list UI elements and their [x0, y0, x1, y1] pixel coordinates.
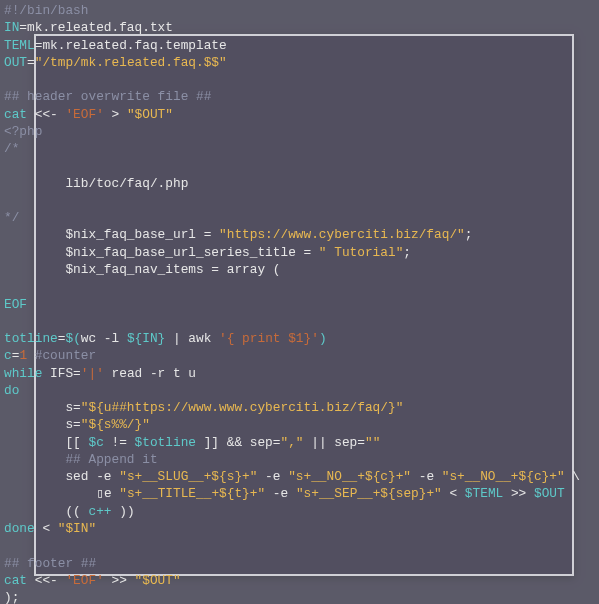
num: 1 [19, 348, 27, 363]
comment: #counter [27, 348, 96, 363]
semi: ; [465, 227, 473, 242]
php-open: <?php [4, 124, 42, 139]
heredoc-op: <<- [35, 107, 66, 122]
awk-prog: '{ print $1}' [219, 331, 319, 346]
assign: sep= [334, 435, 365, 450]
varref: $totline [135, 435, 196, 450]
cursor-icon: ▯ [96, 486, 104, 501]
assign: sep= [250, 435, 281, 450]
string: "$OUT" [135, 573, 181, 588]
heredoc-op: <<- [35, 573, 66, 588]
string: "/tmp/mk.releated.faq.$$" [35, 55, 227, 70]
code-block: #!/bin/bash IN=mk.releated.faq.txt TEML=… [0, 0, 599, 604]
text: $nix_faq_base_url = [4, 227, 219, 242]
assign: s= [4, 417, 81, 432]
ne: != [104, 435, 135, 450]
flag: -e [257, 469, 288, 484]
close: ) [319, 331, 327, 346]
kw-do: do [4, 383, 19, 398]
string: "$OUT" [127, 107, 173, 122]
read: read -r t u [104, 366, 196, 381]
redir: < [442, 486, 465, 501]
var-totline: totline [4, 331, 58, 346]
var-teml: TEML [4, 38, 35, 53]
and: ]] && [196, 435, 250, 450]
varref: $OUT [534, 486, 565, 501]
pipe: | [165, 331, 188, 346]
string: "" [365, 435, 380, 450]
kw-done: done [4, 521, 42, 536]
heredoc-end: EOF [4, 297, 27, 312]
ifs: IFS= [50, 366, 81, 381]
string: "," [280, 435, 303, 450]
var-out: OUT [4, 55, 27, 70]
arith-open: (( [4, 504, 88, 519]
string: "${s%%/}" [81, 417, 150, 432]
or: || [304, 435, 335, 450]
redir: < [42, 521, 57, 536]
string: "${u##https://www.www.cyberciti.biz/faq/… [81, 400, 404, 415]
string: "s+__TITLE__+${t}+" [119, 486, 265, 501]
semi: ; [403, 245, 411, 260]
flag: -e [265, 486, 296, 501]
varref: $c [88, 435, 103, 450]
varref: $TEML [465, 486, 503, 501]
comment: ## Append it [4, 452, 158, 467]
string: "https://www.cyberciti.biz/faq/" [219, 227, 465, 242]
arith-close: )) [112, 504, 135, 519]
kw-while: while [4, 366, 50, 381]
var-c: c [4, 348, 12, 363]
shebang: #!/bin/bash [4, 3, 88, 18]
flag-e: e [104, 486, 119, 501]
comment-open: /* [4, 141, 19, 156]
comment-close: */ [4, 210, 19, 225]
cmd-cat: cat [4, 573, 35, 588]
test: [[ [4, 435, 88, 450]
comment: ## header overwrite file ## [4, 89, 211, 104]
string: "$IN" [58, 521, 96, 536]
string: "s+__NO__+${c}+" [442, 469, 565, 484]
cmd-cat: cat [4, 107, 35, 122]
string: "s+__SLUG__+${s}+" [119, 469, 257, 484]
text: $nix_faq_nav_items = array ( [4, 262, 280, 277]
assign: =mk.releated.faq.txt [19, 20, 173, 35]
redir: > [104, 107, 127, 122]
text: $nix_faq_base_url_series_title = [4, 245, 319, 260]
redir: >> [104, 573, 135, 588]
comment: ## footer ## [4, 556, 96, 571]
string: " Tutorial" [319, 245, 403, 260]
text: ); [4, 590, 19, 604]
redir: >> [503, 486, 534, 501]
var-in: IN [4, 20, 19, 35]
cmd: wc -l [81, 331, 127, 346]
cmd-sed: sed -e [4, 469, 119, 484]
flag [4, 486, 96, 501]
eq: = [27, 55, 35, 70]
assign: s= [4, 400, 81, 415]
text: lib/toc/faq/.php [4, 176, 188, 191]
assign: =mk.releated.faq.template [35, 38, 227, 53]
flag: -e [411, 469, 442, 484]
incr: c++ [88, 504, 111, 519]
varref: ${IN} [127, 331, 165, 346]
string: "s+__SEP__+${sep}+" [296, 486, 442, 501]
cont: \ [565, 469, 580, 484]
heredoc-tag: 'EOF' [65, 573, 103, 588]
cmd-awk: awk [188, 331, 219, 346]
subsh: $( [65, 331, 80, 346]
heredoc-tag: 'EOF' [65, 107, 103, 122]
string: "s+__NO__+${c}+" [288, 469, 411, 484]
string: '|' [81, 366, 104, 381]
